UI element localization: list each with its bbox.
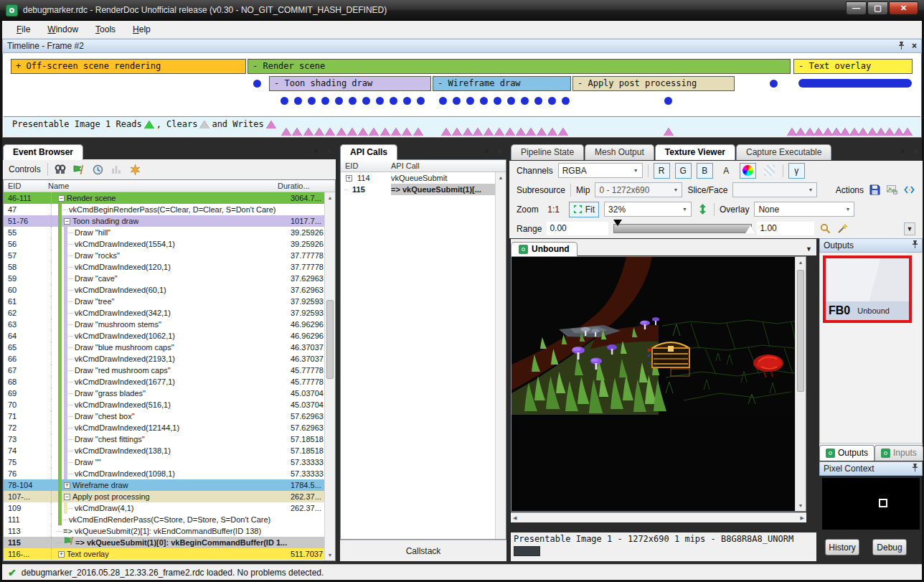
- channel-r-button[interactable]: R: [654, 163, 670, 179]
- col-duration[interactable]: Duratio...: [278, 182, 324, 190]
- timeline-event-dot[interactable]: [376, 97, 384, 105]
- tab-event-browser[interactable]: Event Browser: [3, 144, 83, 160]
- event-row[interactable]: 109····vkCmdDraw(4,1)262.37...: [4, 502, 335, 514]
- event-row[interactable]: 46-111−Render scene3064.7...: [4, 192, 335, 204]
- usage-triangle-icon[interactable]: [664, 128, 674, 136]
- range-slider[interactable]: [613, 224, 752, 233]
- timeline-event-dot[interactable]: [494, 97, 501, 105]
- timeline-marker[interactable]: + Off-screen scene rendering: [11, 59, 246, 74]
- usage-triangle-icon[interactable]: [537, 128, 547, 136]
- usage-triangle-icon[interactable]: [473, 128, 483, 136]
- gamma-button[interactable]: γ: [788, 163, 805, 179]
- debug-button[interactable]: Debug: [872, 539, 907, 555]
- bookmark-icon[interactable]: [129, 164, 141, 176]
- tab-api-calls[interactable]: API Calls: [340, 144, 397, 160]
- scroll-up-icon[interactable]: ▲: [796, 257, 806, 268]
- event-row[interactable]: 56····vkCmdDrawIndexed(1554,1)39.25926: [4, 238, 335, 250]
- api-calls-scrollbar[interactable]: ▲: [495, 172, 506, 539]
- menu-file[interactable]: File: [8, 22, 39, 37]
- api-row[interactable]: ···115=> vkQueueSubmit(1)[...: [341, 184, 506, 195]
- event-row[interactable]: 51-76−Toon shading draw1017.7...: [4, 215, 335, 227]
- side-tab-inputs[interactable]: Inputs: [874, 445, 923, 461]
- timeline-event-dot[interactable]: [335, 97, 343, 105]
- event-row[interactable]: 113····=> vkQueueSubmit(2)[1]: vkEndComm…: [4, 525, 335, 537]
- usage-triangle-icon[interactable]: [452, 128, 462, 136]
- usage-triangle-icon[interactable]: [441, 128, 451, 136]
- panel-close-icon[interactable]: ×: [497, 146, 502, 156]
- event-row[interactable]: 55····Draw "hill"39.25926: [4, 227, 335, 238]
- usage-triangle-icon[interactable]: [413, 128, 423, 136]
- timeline-event-dot[interactable]: [321, 97, 329, 105]
- timeline-event-dot[interactable]: [308, 97, 316, 105]
- usage-triangle-icon[interactable]: [547, 128, 557, 136]
- channel-g-button[interactable]: G: [675, 163, 692, 179]
- texture-hscroll[interactable]: ◀ ▶: [511, 512, 806, 522]
- find-icon[interactable]: [55, 164, 67, 176]
- usage-triangle-icon[interactable]: [558, 128, 568, 136]
- timeline-event-dot[interactable]: [453, 97, 461, 105]
- callstack-section[interactable]: Callstack: [340, 540, 506, 561]
- autofit-wand-icon[interactable]: [836, 222, 849, 235]
- flip-y-icon[interactable]: [697, 203, 709, 215]
- expand-icon[interactable]: +: [64, 482, 70, 489]
- usage-triangle-icon[interactable]: [505, 128, 515, 136]
- panel-menu-icon[interactable]: ▼: [484, 148, 490, 155]
- usage-triangle-icon[interactable]: [391, 128, 401, 136]
- timeline-event-bar[interactable]: [798, 79, 912, 88]
- event-row[interactable]: 75····Draw ""57.33333: [4, 456, 335, 468]
- event-row[interactable]: 59····Draw "cave"37.62963: [4, 273, 335, 284]
- texture-vscroll[interactable]: ▲ ▼: [795, 257, 806, 511]
- timeline-event-dot[interactable]: [507, 97, 515, 105]
- minimize-button[interactable]: —: [846, 1, 867, 15]
- channel-b-button[interactable]: B: [697, 163, 713, 179]
- maximize-button[interactable]: ▢: [867, 1, 888, 15]
- timeline-event-dot[interactable]: [390, 97, 397, 105]
- timeline-event-dot[interactable]: [280, 97, 288, 105]
- panel-menu-icon[interactable]: ▼: [313, 148, 319, 155]
- scroll-right-icon[interactable]: ▶: [801, 515, 804, 521]
- toolbar-overflow-button[interactable]: ▼: [904, 222, 915, 235]
- usage-triangle-icon[interactable]: [402, 128, 412, 136]
- event-row[interactable]: 47····vkCmdBeginRenderPass(C=Clear, D=Cl…: [4, 204, 335, 215]
- collapse-icon[interactable]: −: [64, 218, 70, 225]
- overlay-dropdown[interactable]: None ▼: [754, 202, 854, 217]
- tab-unbound[interactable]: Unbound: [511, 242, 578, 256]
- col-name[interactable]: Name: [48, 182, 278, 190]
- event-row[interactable]: 58····vkCmdDrawIndexed(120,1)37.77778: [4, 261, 335, 273]
- panel-menu-icon[interactable]: ▼: [900, 148, 906, 155]
- slice-dropdown[interactable]: ▼: [732, 182, 817, 197]
- scroll-up-icon[interactable]: ▲: [496, 172, 506, 183]
- fb0-thumbnail[interactable]: FB0 Unbound: [823, 255, 912, 323]
- expand-icon[interactable]: +: [58, 551, 65, 558]
- zoom-fit-button[interactable]: Fit: [569, 202, 599, 217]
- range-max-handle[interactable]: [745, 225, 755, 233]
- menu-help[interactable]: Help: [124, 22, 159, 37]
- timeline-event-dot[interactable]: [664, 97, 672, 105]
- range-max-value[interactable]: 1.00: [757, 222, 814, 235]
- timeline-event-dot[interactable]: [362, 97, 370, 105]
- usage-triangle-icon[interactable]: [314, 128, 324, 136]
- event-row[interactable]: 68····vkCmdDrawIndexed(1677,1)45.77778: [4, 376, 335, 388]
- expand-icon[interactable]: +: [346, 175, 352, 182]
- scroll-down-icon[interactable]: ▼: [325, 550, 335, 560]
- scroll-up-icon[interactable]: ▲: [325, 192, 335, 203]
- time-draws-icon[interactable]: [92, 164, 104, 176]
- event-row[interactable]: 61····Draw "tree"37.92593: [4, 296, 335, 307]
- usage-triangle-icon[interactable]: [358, 128, 368, 136]
- channels-dropdown[interactable]: RGBA ▼: [558, 163, 643, 178]
- panel-close-icon[interactable]: ×: [913, 146, 918, 156]
- timeline-marker[interactable]: - Render scene: [248, 59, 791, 74]
- event-row[interactable]: 62····vkCmdDrawIndexed(342,1)37.92593: [4, 307, 335, 319]
- timeline-marker[interactable]: - Wireframe draw: [433, 76, 571, 91]
- tab-pipeline-state[interactable]: Pipeline State: [511, 144, 584, 160]
- scroll-down-icon[interactable]: ▼: [796, 500, 806, 511]
- tab-texture-viewer[interactable]: Texture Viewer: [655, 144, 735, 160]
- timeline-event-dot[interactable]: [534, 97, 542, 105]
- usage-triangle-icon[interactable]: [526, 128, 536, 136]
- event-row[interactable]: 65····Draw "blue mushroom caps"46.37037: [4, 342, 335, 353]
- history-button[interactable]: History: [825, 539, 859, 555]
- close-button[interactable]: ✕: [889, 1, 918, 15]
- col-eid[interactable]: EID: [341, 161, 391, 170]
- event-row[interactable]: 73····Draw "chest fittings"57.18518: [4, 433, 335, 445]
- scroll-thumb[interactable]: [326, 300, 334, 379]
